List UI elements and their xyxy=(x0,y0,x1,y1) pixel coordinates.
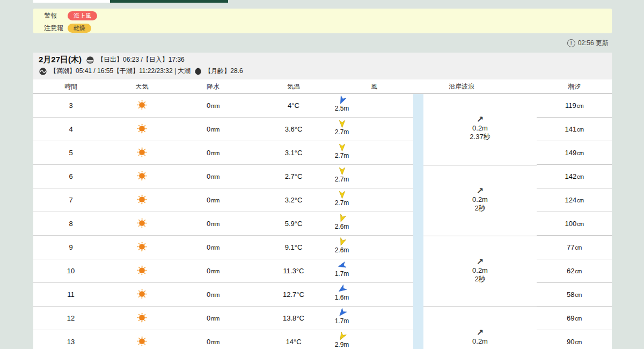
precip-value: 0mm xyxy=(175,236,251,259)
tide-value: 58cm xyxy=(537,283,612,307)
wave-group-cell: ↗0.2m xyxy=(423,307,537,349)
tab-fragment-active[interactable] xyxy=(110,0,228,3)
wind-cell: 2.7m xyxy=(320,188,363,212)
precip-value: 0mm xyxy=(175,188,251,212)
wind-cell: 2.6m xyxy=(320,212,363,236)
warning-line: 警報 海上風 xyxy=(44,11,612,21)
wave-group-cell: ↗0.2m2秒 xyxy=(423,236,537,307)
tide-value: 149cm xyxy=(537,141,612,165)
wave-height-value: 0.2m xyxy=(423,337,537,346)
tide-value: 62cm xyxy=(537,259,612,283)
warning-label: 警報 xyxy=(44,11,68,20)
sunny-icon xyxy=(136,312,148,325)
sunny-icon xyxy=(136,336,148,348)
wind-speed-value: 2.7m xyxy=(335,128,349,136)
wave-direction-icon: ↗ xyxy=(423,258,537,266)
wind-cell: 1.7m xyxy=(320,259,363,283)
wave-period-value: 2.37秒 xyxy=(423,133,537,141)
sunny-icon xyxy=(136,194,148,207)
wind-speed-value: 2.7m xyxy=(335,152,349,159)
advisory-line: 注意報 乾燥 xyxy=(44,23,612,33)
sunny-icon xyxy=(136,147,148,159)
hour-value: 11 xyxy=(33,283,108,307)
hour-value: 3 xyxy=(33,94,108,118)
wind-speed-value: 2.5m xyxy=(335,105,349,112)
wind-direction-icon xyxy=(338,285,347,294)
wind-cell: 1.7m xyxy=(320,307,363,330)
weather-cell xyxy=(108,330,175,349)
wave-group-cell: ↗0.2m2秒 xyxy=(423,165,537,236)
wind-direction-icon xyxy=(338,261,347,270)
sunny-icon xyxy=(136,170,148,183)
wind-cell: 2.9m xyxy=(320,330,363,349)
date-header: 2月27日(木) 【日出】06:23 /【日入】17:36 【満潮】05:41 … xyxy=(33,53,612,79)
wind-cell: 1.6m xyxy=(320,283,363,307)
update-time: ! 02:56 更新 xyxy=(567,39,609,48)
wave-height-value: 0.2m xyxy=(423,266,537,275)
wind-direction-icon xyxy=(338,332,347,341)
wave-height-value: 0.2m xyxy=(423,195,537,204)
tide-value: 100cm xyxy=(537,212,612,236)
wind-speed-value: 2.7m xyxy=(335,176,349,183)
precip-value: 0mm xyxy=(175,307,251,330)
wind-cell: 2.7m xyxy=(320,141,363,165)
precip-value: 0mm xyxy=(175,165,251,188)
hour-value: 4 xyxy=(33,118,108,141)
moon-age-text: 【月齢】28.6 xyxy=(204,67,243,76)
tide-value: 142cm xyxy=(537,165,612,188)
sunrise-sunset-icon xyxy=(86,56,94,64)
sunrise-sunset-text: 【日出】06:23 /【日入】17:36 xyxy=(97,55,185,64)
precip-value: 0mm xyxy=(175,94,251,118)
column-header: 風 xyxy=(353,79,396,93)
tide-value: 77cm xyxy=(537,236,612,259)
hour-value: 8 xyxy=(33,212,108,236)
tide-icon xyxy=(39,67,47,76)
warning-badge[interactable]: 海上風 xyxy=(68,11,97,20)
column-header: 時間 xyxy=(33,79,108,93)
table-header-row: 時間天気降水気温風沿岸波浪潮汐 xyxy=(33,79,612,94)
wind-direction-icon xyxy=(338,119,347,128)
wind-speed-value: 2.9m xyxy=(335,341,349,348)
weather-cell xyxy=(108,118,175,141)
wind-direction-icon xyxy=(338,143,347,152)
wind-cell: 2.5m xyxy=(320,94,363,118)
precip-value: 0mm xyxy=(175,283,251,307)
advisory-badge[interactable]: 乾燥 xyxy=(68,24,91,33)
tide-times-text: 【満潮】05:41 / 16:55【干潮】11:22/23:32 | 大潮 xyxy=(50,67,191,76)
hour-value: 13 xyxy=(33,330,108,349)
column-header: 潮汐 xyxy=(537,79,612,93)
wind-direction-icon xyxy=(338,166,347,176)
hour-value: 7 xyxy=(33,188,108,212)
wind-speed-value: 1.7m xyxy=(335,270,349,278)
wave-period-value: 2秒 xyxy=(423,275,537,283)
wave-direction-icon: ↗ xyxy=(423,115,537,124)
precip-value: 0mm xyxy=(175,259,251,283)
tide-value: 69cm xyxy=(537,307,612,330)
column-header: 降水 xyxy=(175,79,251,93)
date-sun-line: 2月27日(木) 【日出】06:23 /【日入】17:36 xyxy=(39,55,185,65)
update-info-icon: ! xyxy=(567,39,575,47)
wind-cell: 2.7m xyxy=(320,118,363,141)
weather-cell xyxy=(108,236,175,259)
sunny-icon xyxy=(136,241,148,254)
weather-cell xyxy=(108,283,175,307)
wave-direction-icon: ↗ xyxy=(423,187,537,195)
sunny-icon xyxy=(136,265,148,278)
tab-fragment-inactive[interactable] xyxy=(33,0,110,3)
hour-value: 9 xyxy=(33,236,108,259)
precip-value: 0mm xyxy=(175,330,251,349)
wind-direction-icon xyxy=(338,96,347,105)
precip-value: 0mm xyxy=(175,212,251,236)
column-header: 天気 xyxy=(108,79,175,93)
weather-cell xyxy=(108,259,175,283)
tide-value: 141cm xyxy=(537,118,612,141)
wind-direction-icon xyxy=(338,237,347,246)
hour-value: 5 xyxy=(33,141,108,165)
date-title: 2月27日(木) xyxy=(39,55,82,65)
weather-cell xyxy=(108,141,175,165)
sunny-icon xyxy=(136,123,148,136)
tide-moon-line: 【満潮】05:41 / 16:55【干潮】11:22/23:32 | 大潮 【月… xyxy=(39,67,243,76)
wind-direction-icon xyxy=(338,190,347,199)
wind-cell: 2.7m xyxy=(320,165,363,188)
column-header: 気温 xyxy=(251,79,336,93)
